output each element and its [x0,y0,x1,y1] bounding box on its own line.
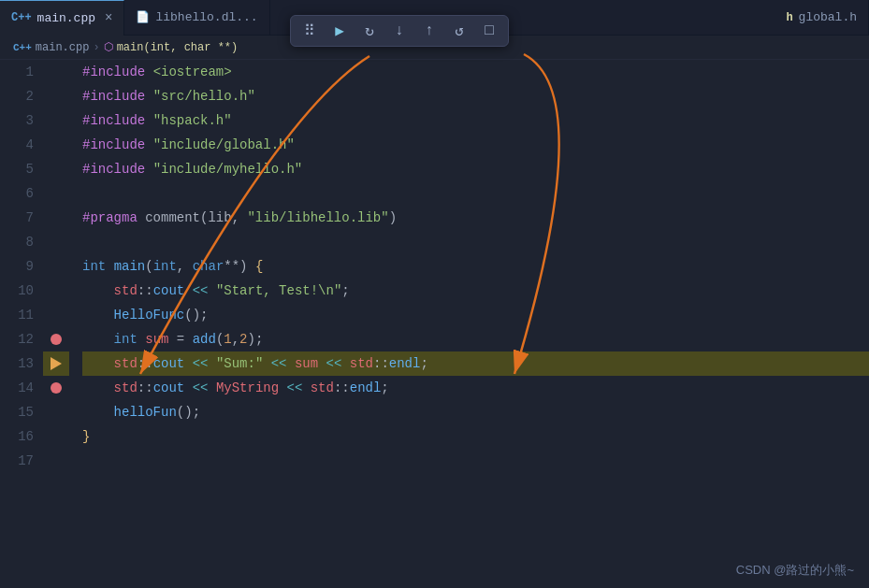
tab-libhello[interactable]: 📄 libhello.dl... [124,0,269,36]
breakpoint-12[interactable] [43,327,69,351]
drag-handle-btn[interactable]: ⠿ [298,20,321,42]
ln-1: 1 [9,60,34,84]
code-line-10: std::cout << "Start, Test!\n"; [82,279,869,303]
h-icon: h [786,11,792,24]
debug-pointer-13 [43,351,69,376]
ln-11: 11 [9,303,34,327]
gutter [43,60,69,588]
debug-arrow-icon [51,357,62,370]
step-out-btn[interactable]: ↑ [418,20,441,42]
restart-btn[interactable]: ↺ [448,20,471,42]
breadcrumb-func: main(int, char **) [117,41,239,54]
tab-main-cpp[interactable]: C++ main.cpp × [0,0,124,36]
continue-btn[interactable]: ▶ [328,20,351,42]
code-line-9: int main(int, char**) { [82,254,869,279]
ln-14: 14 [9,376,34,400]
editor: 1 2 3 4 5 6 7 8 9 10 11 12 13 14 15 16 1… [0,60,869,588]
tab-bar: C++ main.cpp × 📄 libhello.dl... ⠿ ▶ ↻ ↓ … [0,0,869,36]
code-line-11: HelloFunc(); [82,303,869,327]
code-line-8 [82,230,869,254]
watermark: CSDN @路过的小熊~ [736,562,854,579]
breakpoint-dot-12 [51,334,62,345]
ln-15: 15 [9,400,34,424]
code-line-4: #include "include/global.h" [82,133,869,157]
debug-toolbar: ⠿ ▶ ↻ ↓ ↑ ↺ □ [290,15,509,47]
code-line-5: #include "include/myhello.h" [82,157,869,181]
code-line-12: int sum = add(1,2); [82,327,869,351]
code-line-15: helloFun(); [82,400,869,424]
ln-12: 12 [9,327,34,351]
code-line-13: std::cout << "Sum:" << sum << std::endl; [82,351,869,376]
breadcrumb-sep1: › [93,41,99,54]
tab-global-h-label: global.h [799,10,857,24]
breakpoint-dot-14 [51,382,62,394]
file-icon: 📄 [136,10,150,24]
code-line-6 [82,181,869,206]
breadcrumb-cpp-icon: C++ [13,42,32,53]
line-numbers: 1 2 3 4 5 6 7 8 9 10 11 12 13 14 15 16 1… [0,60,43,588]
code-line-17 [82,449,869,473]
code-line-16: } [82,424,869,449]
stop-btn[interactable]: □ [478,20,500,42]
breakpoint-14[interactable] [43,376,69,400]
tab-global-h[interactable]: h global.h [775,0,869,36]
code-line-1: #include <iostream> [82,60,869,84]
preproc-1: #include [82,60,145,84]
include-1: <iostream> [153,60,232,84]
code-area: 1 2 3 4 5 6 7 8 9 10 11 12 13 14 15 16 1… [0,60,869,588]
tab-libhello-label: libhello.dl... [155,10,257,24]
ln-5: 5 [9,157,34,181]
code-line-3: #include "hspack.h" [82,108,869,133]
step-over-btn[interactable]: ↻ [358,20,381,42]
ln-6: 6 [9,181,34,206]
ln-7: 7 [9,206,34,230]
breadcrumb-func-icon: ⬡ [104,40,113,54]
ln-16: 16 [9,424,34,449]
code-line-7: #pragma comment(lib, "lib/libhello.lib") [82,206,869,230]
ln-2: 2 [9,84,34,108]
code-content[interactable]: #include <iostream> #include "src/hello.… [69,60,869,588]
code-line-14: std::cout << MyString << std::endl; [82,376,869,400]
ln-17: 17 [9,449,34,473]
code-line-2: #include "src/hello.h" [82,84,869,108]
cpp-icon: C++ [11,11,32,24]
ln-9: 9 [9,254,34,279]
breadcrumb-file: main.cpp [36,41,90,54]
ln-13: 13 [9,351,34,376]
ln-10: 10 [9,279,34,303]
step-into-btn[interactable]: ↓ [388,20,411,42]
tab-close-main-cpp[interactable]: × [105,10,112,25]
ln-4: 4 [9,133,34,157]
ln-8: 8 [9,230,34,254]
ln-3: 3 [9,108,34,133]
tab-main-cpp-label: main.cpp [37,11,95,25]
